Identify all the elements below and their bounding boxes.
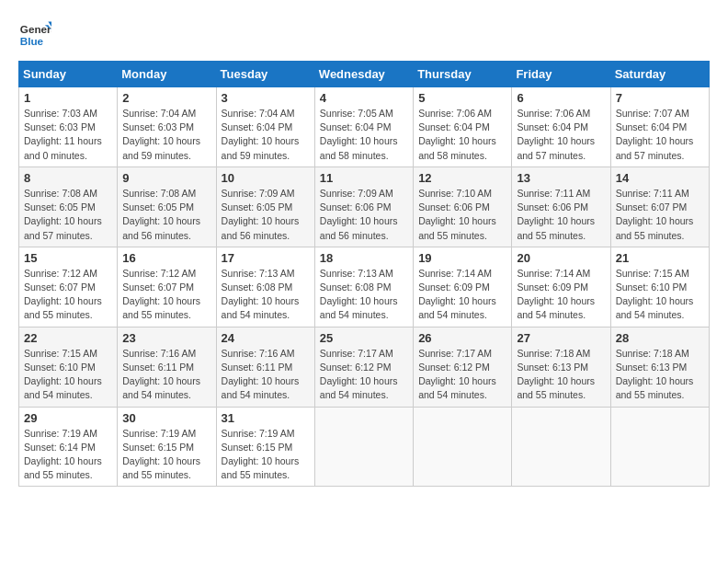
calendar-day-cell: 17Sunrise: 7:13 AM Sunset: 6:08 PM Dayli… (216, 247, 314, 327)
day-info: Sunrise: 7:14 AM Sunset: 6:09 PM Dayligh… (517, 267, 605, 323)
calendar-day-cell: 19Sunrise: 7:14 AM Sunset: 6:09 PM Dayli… (414, 247, 512, 327)
calendar-day-cell: 20Sunrise: 7:14 AM Sunset: 6:09 PM Dayli… (512, 247, 610, 327)
day-number: 5 (418, 91, 506, 105)
day-info: Sunrise: 7:05 AM Sunset: 6:04 PM Dayligh… (320, 107, 408, 163)
calendar-header: SundayMondayTuesdayWednesdayThursdayFrid… (19, 62, 710, 87)
day-info: Sunrise: 7:17 AM Sunset: 6:12 PM Dayligh… (418, 347, 506, 403)
calendar-day-cell: 30Sunrise: 7:19 AM Sunset: 6:15 PM Dayli… (118, 407, 216, 487)
day-info: Sunrise: 7:09 AM Sunset: 6:06 PM Dayligh… (320, 187, 408, 243)
day-number: 8 (24, 171, 112, 185)
day-info: Sunrise: 7:15 AM Sunset: 6:10 PM Dayligh… (616, 267, 704, 323)
day-number: 25 (320, 331, 408, 345)
day-number: 23 (122, 331, 210, 345)
calendar-day-cell: 16Sunrise: 7:12 AM Sunset: 6:07 PM Dayli… (118, 247, 216, 327)
day-number: 21 (616, 251, 704, 265)
day-info: Sunrise: 7:09 AM Sunset: 6:05 PM Dayligh… (222, 187, 310, 243)
calendar-day-cell: 28Sunrise: 7:18 AM Sunset: 6:13 PM Dayli… (610, 327, 709, 407)
weekday-header-cell: Friday (512, 62, 610, 87)
weekday-header-row: SundayMondayTuesdayWednesdayThursdayFrid… (19, 62, 710, 87)
day-info: Sunrise: 7:08 AM Sunset: 6:05 PM Dayligh… (24, 187, 112, 243)
calendar-day-cell: 2Sunrise: 7:04 AM Sunset: 6:03 PM Daylig… (118, 87, 216, 167)
day-number: 22 (24, 331, 112, 345)
day-number: 12 (418, 171, 506, 185)
day-number: 3 (222, 91, 310, 105)
calendar-day-cell: 27Sunrise: 7:18 AM Sunset: 6:13 PM Dayli… (512, 327, 610, 407)
day-number: 6 (517, 91, 605, 105)
day-number: 20 (517, 251, 605, 265)
day-number: 16 (122, 251, 210, 265)
day-number: 30 (122, 411, 210, 425)
day-info: Sunrise: 7:18 AM Sunset: 6:13 PM Dayligh… (517, 347, 605, 403)
weekday-header-cell: Monday (118, 62, 216, 87)
weekday-header-cell: Thursday (414, 62, 512, 87)
calendar-day-cell: 23Sunrise: 7:16 AM Sunset: 6:11 PM Dayli… (118, 327, 216, 407)
day-number: 17 (222, 251, 310, 265)
day-number: 24 (222, 331, 310, 345)
calendar-day-cell: 31Sunrise: 7:19 AM Sunset: 6:15 PM Dayli… (216, 407, 314, 487)
svg-text:Blue: Blue (20, 35, 44, 47)
calendar-day-cell: 14Sunrise: 7:11 AM Sunset: 6:07 PM Dayli… (610, 167, 709, 247)
page-header: General Blue (18, 18, 710, 52)
logo-icon: General Blue (18, 18, 51, 52)
day-info: Sunrise: 7:15 AM Sunset: 6:10 PM Dayligh… (24, 347, 112, 403)
calendar-table: SundayMondayTuesdayWednesdayThursdayFrid… (18, 61, 710, 487)
calendar-body: 1Sunrise: 7:03 AM Sunset: 6:03 PM Daylig… (19, 87, 710, 487)
day-number: 18 (320, 251, 408, 265)
day-info: Sunrise: 7:07 AM Sunset: 6:04 PM Dayligh… (616, 107, 704, 163)
calendar-day-cell (414, 407, 512, 487)
calendar-week-row: 29Sunrise: 7:19 AM Sunset: 6:14 PM Dayli… (19, 407, 710, 487)
calendar-day-cell: 7Sunrise: 7:07 AM Sunset: 6:04 PM Daylig… (610, 87, 709, 167)
day-number: 7 (616, 91, 704, 105)
day-info: Sunrise: 7:10 AM Sunset: 6:06 PM Dayligh… (418, 187, 506, 243)
day-info: Sunrise: 7:11 AM Sunset: 6:07 PM Dayligh… (616, 187, 704, 243)
day-number: 29 (24, 411, 112, 425)
day-info: Sunrise: 7:11 AM Sunset: 6:06 PM Dayligh… (517, 187, 605, 243)
day-number: 14 (616, 171, 704, 185)
weekday-header-cell: Wednesday (314, 62, 413, 87)
day-info: Sunrise: 7:13 AM Sunset: 6:08 PM Dayligh… (320, 267, 408, 323)
calendar-day-cell (314, 407, 413, 487)
weekday-header-cell: Sunday (19, 62, 118, 87)
day-info: Sunrise: 7:06 AM Sunset: 6:04 PM Dayligh… (418, 107, 506, 163)
calendar-day-cell: 11Sunrise: 7:09 AM Sunset: 6:06 PM Dayli… (314, 167, 413, 247)
day-info: Sunrise: 7:13 AM Sunset: 6:08 PM Dayligh… (222, 267, 310, 323)
weekday-header-cell: Saturday (610, 62, 709, 87)
day-info: Sunrise: 7:12 AM Sunset: 6:07 PM Dayligh… (24, 267, 112, 323)
day-info: Sunrise: 7:03 AM Sunset: 6:03 PM Dayligh… (24, 107, 112, 163)
day-number: 4 (320, 91, 408, 105)
day-info: Sunrise: 7:17 AM Sunset: 6:12 PM Dayligh… (320, 347, 408, 403)
day-info: Sunrise: 7:04 AM Sunset: 6:03 PM Dayligh… (122, 107, 210, 163)
day-info: Sunrise: 7:16 AM Sunset: 6:11 PM Dayligh… (222, 347, 310, 403)
day-number: 13 (517, 171, 605, 185)
day-number: 27 (517, 331, 605, 345)
calendar-day-cell: 18Sunrise: 7:13 AM Sunset: 6:08 PM Dayli… (314, 247, 413, 327)
calendar-day-cell: 22Sunrise: 7:15 AM Sunset: 6:10 PM Dayli… (19, 327, 118, 407)
calendar-day-cell: 4Sunrise: 7:05 AM Sunset: 6:04 PM Daylig… (314, 87, 413, 167)
calendar-week-row: 1Sunrise: 7:03 AM Sunset: 6:03 PM Daylig… (19, 87, 710, 167)
day-info: Sunrise: 7:04 AM Sunset: 6:04 PM Dayligh… (222, 107, 310, 163)
calendar-day-cell: 5Sunrise: 7:06 AM Sunset: 6:04 PM Daylig… (414, 87, 512, 167)
calendar-day-cell: 6Sunrise: 7:06 AM Sunset: 6:04 PM Daylig… (512, 87, 610, 167)
day-info: Sunrise: 7:14 AM Sunset: 6:09 PM Dayligh… (418, 267, 506, 323)
weekday-header-cell: Tuesday (216, 62, 314, 87)
calendar-day-cell: 1Sunrise: 7:03 AM Sunset: 6:03 PM Daylig… (19, 87, 118, 167)
calendar-week-row: 22Sunrise: 7:15 AM Sunset: 6:10 PM Dayli… (19, 327, 710, 407)
calendar-day-cell: 24Sunrise: 7:16 AM Sunset: 6:11 PM Dayli… (216, 327, 314, 407)
day-info: Sunrise: 7:16 AM Sunset: 6:11 PM Dayligh… (122, 347, 210, 403)
calendar-day-cell: 13Sunrise: 7:11 AM Sunset: 6:06 PM Dayli… (512, 167, 610, 247)
day-number: 11 (320, 171, 408, 185)
day-number: 15 (24, 251, 112, 265)
calendar-day-cell (512, 407, 610, 487)
calendar-day-cell: 12Sunrise: 7:10 AM Sunset: 6:06 PM Dayli… (414, 167, 512, 247)
day-info: Sunrise: 7:19 AM Sunset: 6:15 PM Dayligh… (122, 427, 210, 483)
day-info: Sunrise: 7:06 AM Sunset: 6:04 PM Dayligh… (517, 107, 605, 163)
day-number: 10 (222, 171, 310, 185)
calendar-week-row: 15Sunrise: 7:12 AM Sunset: 6:07 PM Dayli… (19, 247, 710, 327)
calendar-day-cell: 8Sunrise: 7:08 AM Sunset: 6:05 PM Daylig… (19, 167, 118, 247)
day-number: 28 (616, 331, 704, 345)
calendar-day-cell: 10Sunrise: 7:09 AM Sunset: 6:05 PM Dayli… (216, 167, 314, 247)
day-info: Sunrise: 7:19 AM Sunset: 6:14 PM Dayligh… (24, 427, 112, 483)
calendar-day-cell: 29Sunrise: 7:19 AM Sunset: 6:14 PM Dayli… (19, 407, 118, 487)
day-info: Sunrise: 7:19 AM Sunset: 6:15 PM Dayligh… (222, 427, 310, 483)
logo: General Blue (18, 18, 51, 52)
